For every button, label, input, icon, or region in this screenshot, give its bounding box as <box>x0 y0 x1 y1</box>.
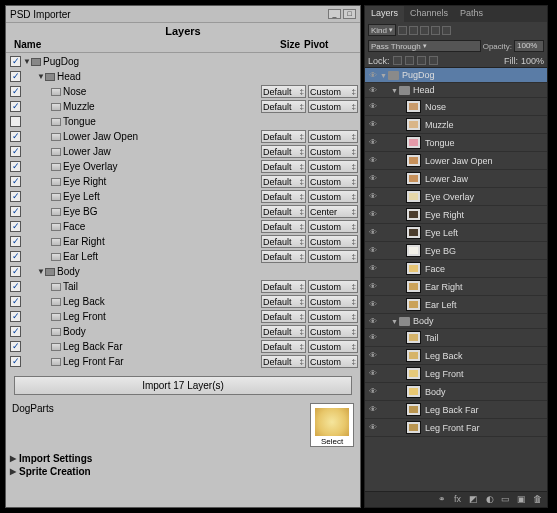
pivot-dropdown[interactable]: Custom <box>308 145 358 158</box>
size-dropdown[interactable]: Default <box>261 340 306 353</box>
ps-layer-row[interactable]: 👁Body <box>365 383 547 401</box>
filter-adjust-icon[interactable] <box>409 26 418 35</box>
ps-layer-row[interactable]: 👁Eye Left <box>365 224 547 242</box>
visibility-icon[interactable]: 👁 <box>367 281 378 292</box>
layer-row[interactable]: Leg BackDefaultCustom <box>6 294 360 309</box>
size-dropdown[interactable]: Default <box>261 250 306 263</box>
visibility-icon[interactable]: 👁 <box>367 137 378 148</box>
layer-checkbox[interactable] <box>10 236 21 247</box>
size-dropdown[interactable]: Default <box>261 145 306 158</box>
pivot-dropdown[interactable]: Custom <box>308 130 358 143</box>
pivot-dropdown[interactable]: Custom <box>308 175 358 188</box>
layer-row[interactable]: Leg Back FarDefaultCustom <box>6 339 360 354</box>
close-button[interactable]: □ <box>343 9 356 19</box>
size-dropdown[interactable]: Default <box>261 295 306 308</box>
layer-checkbox[interactable] <box>10 266 21 277</box>
layer-row[interactable]: Eye LeftDefaultCustom <box>6 189 360 204</box>
layer-checkbox[interactable] <box>10 176 21 187</box>
import-settings-section[interactable]: ▶Import Settings <box>10 453 356 464</box>
size-dropdown[interactable]: Default <box>261 205 306 218</box>
ps-layer-row[interactable]: 👁Muzzle <box>365 116 547 134</box>
link-icon[interactable]: ⚭ <box>436 494 447 505</box>
layer-row[interactable]: BodyDefaultCustom <box>6 324 360 339</box>
layer-checkbox[interactable] <box>10 101 21 112</box>
pivot-dropdown[interactable]: Custom <box>308 220 358 233</box>
layer-row[interactable]: Leg FrontDefaultCustom <box>6 309 360 324</box>
ps-layer-row[interactable]: 👁Nose <box>365 98 547 116</box>
layer-row[interactable]: Ear RightDefaultCustom <box>6 234 360 249</box>
lock-pixels-icon[interactable] <box>405 56 414 65</box>
tab-channels[interactable]: Channels <box>404 6 454 22</box>
minimize-button[interactable]: _ <box>328 9 341 19</box>
pivot-dropdown[interactable]: Custom <box>308 280 358 293</box>
layer-checkbox[interactable] <box>10 56 21 67</box>
ps-layer-row[interactable]: 👁Ear Right <box>365 278 547 296</box>
layer-checkbox[interactable] <box>10 191 21 202</box>
ps-layer-row[interactable]: 👁Leg Front <box>365 365 547 383</box>
ps-group-row[interactable]: 👁▼Head <box>365 83 547 98</box>
mask-icon[interactable]: ◩ <box>468 494 479 505</box>
ps-layer-row[interactable]: 👁Eye BG <box>365 242 547 260</box>
fx-icon[interactable]: fx <box>452 494 463 505</box>
layer-row[interactable]: FaceDefaultCustom <box>6 219 360 234</box>
ps-group-row[interactable]: 👁▼Body <box>365 314 547 329</box>
visibility-icon[interactable]: 👁 <box>367 191 378 202</box>
layer-checkbox[interactable] <box>10 326 21 337</box>
visibility-icon[interactable]: 👁 <box>367 316 378 327</box>
visibility-icon[interactable]: 👁 <box>367 350 378 361</box>
expand-icon[interactable]: ▼ <box>37 267 45 276</box>
ps-layer-row[interactable]: 👁Leg Front Far <box>365 419 547 437</box>
layer-row[interactable]: Ear LeftDefaultCustom <box>6 249 360 264</box>
expand-icon[interactable]: ▼ <box>380 72 388 79</box>
lock-trans-icon[interactable] <box>393 56 402 65</box>
layer-row[interactable]: ▼Head <box>6 69 360 84</box>
adjust-icon[interactable]: ◐ <box>484 494 495 505</box>
new-layer-icon[interactable]: ▣ <box>516 494 527 505</box>
size-dropdown[interactable]: Default <box>261 175 306 188</box>
layer-row[interactable]: MuzzleDefaultCustom <box>6 99 360 114</box>
ps-group-row[interactable]: 👁▼PugDog <box>365 68 547 83</box>
visibility-icon[interactable]: 👁 <box>367 227 378 238</box>
visibility-icon[interactable]: 👁 <box>367 299 378 310</box>
pivot-dropdown[interactable]: Custom <box>308 250 358 263</box>
layer-checkbox[interactable] <box>10 131 21 142</box>
filter-pixel-icon[interactable] <box>398 26 407 35</box>
size-dropdown[interactable]: Default <box>261 85 306 98</box>
size-dropdown[interactable]: Default <box>261 325 306 338</box>
layer-checkbox[interactable] <box>10 116 21 127</box>
tab-layers[interactable]: Layers <box>365 6 404 22</box>
layer-row[interactable]: TailDefaultCustom <box>6 279 360 294</box>
visibility-icon[interactable]: 👁 <box>367 245 378 256</box>
layer-checkbox[interactable] <box>10 356 21 367</box>
sprite-creation-section[interactable]: ▶Sprite Creation <box>10 466 356 477</box>
layer-checkbox[interactable] <box>10 146 21 157</box>
size-dropdown[interactable]: Default <box>261 130 306 143</box>
layer-checkbox[interactable] <box>10 341 21 352</box>
pivot-dropdown[interactable]: Custom <box>308 310 358 323</box>
ps-layer-row[interactable]: 👁Tail <box>365 329 547 347</box>
visibility-icon[interactable]: 👁 <box>367 386 378 397</box>
lock-all-icon[interactable] <box>429 56 438 65</box>
pivot-dropdown[interactable]: Center <box>308 205 358 218</box>
visibility-icon[interactable]: 👁 <box>367 263 378 274</box>
visibility-icon[interactable]: 👁 <box>367 155 378 166</box>
layer-checkbox[interactable] <box>10 296 21 307</box>
layer-checkbox[interactable] <box>10 206 21 217</box>
layer-checkbox[interactable] <box>10 161 21 172</box>
size-dropdown[interactable]: Default <box>261 280 306 293</box>
layer-checkbox[interactable] <box>10 71 21 82</box>
pivot-dropdown[interactable]: Custom <box>308 190 358 203</box>
ps-layer-row[interactable]: 👁Eye Right <box>365 206 547 224</box>
ps-layer-row[interactable]: 👁Lower Jaw Open <box>365 152 547 170</box>
filter-smart-icon[interactable] <box>442 26 451 35</box>
ps-layer-row[interactable]: 👁Leg Back <box>365 347 547 365</box>
layer-row[interactable]: Leg Front FarDefaultCustom <box>6 354 360 369</box>
size-dropdown[interactable]: Default <box>261 235 306 248</box>
visibility-icon[interactable]: 👁 <box>367 209 378 220</box>
import-button[interactable]: Import 17 Layer(s) <box>14 376 352 395</box>
layer-row[interactable]: NoseDefaultCustom <box>6 84 360 99</box>
tab-paths[interactable]: Paths <box>454 6 489 22</box>
pivot-dropdown[interactable]: Custom <box>308 295 358 308</box>
pivot-dropdown[interactable]: Custom <box>308 340 358 353</box>
visibility-icon[interactable]: 👁 <box>367 422 378 433</box>
